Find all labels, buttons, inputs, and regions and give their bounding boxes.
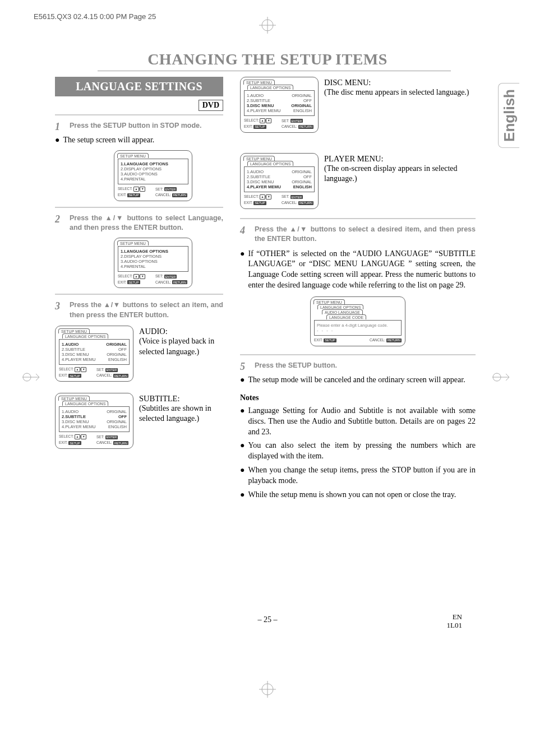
title-rule [98, 71, 451, 71]
menu-tab: SETUP MENU [117, 153, 149, 158]
player-description: (The on-screen display appears in select… [324, 164, 476, 184]
footer-set: SET: ENTER [96, 368, 130, 372]
menu-item: 2.SUBTITLE [62, 414, 86, 419]
footer-exit: EXIT: SETUP [118, 280, 146, 285]
footer-cancel: CANCEL: RETURN [96, 373, 130, 378]
footer-exit: EXIT: SETUP [244, 201, 273, 205]
menu-item: 1.LANGUAGE OPTIONS [121, 161, 168, 166]
menu-item: 1.AUDIO [247, 93, 264, 98]
disc-description: (The disc menu appears in selected langu… [324, 87, 476, 98]
menu-sub-tab: LANGUAGE OPTIONS [317, 304, 363, 309]
note-text: While the setup menu is shown you can no… [248, 490, 476, 500]
step-3: 3 Press the ▲/▼ buttons to select an ite… [55, 300, 223, 320]
audio-description: (Voice is played back in selected langua… [139, 336, 223, 356]
step-text: Press the SETUP button. [255, 361, 337, 373]
step-2: 2 Press the ▲/▼ buttons to select Langua… [55, 214, 223, 233]
subtitle-description: (Subtitles are shown in selected languag… [139, 403, 223, 424]
menu-item: 4.PARENTAL [121, 264, 146, 269]
menu-item: 1.AUDIO [62, 409, 79, 414]
step-4-note: ● If “OTHER” is selected on the “AUDIO L… [240, 249, 476, 291]
menu-tab: SETUP MENU [117, 240, 149, 245]
footer-set: SET: ENTER [155, 187, 188, 192]
menu-value: ENGLISH [108, 357, 127, 362]
menu-sub-tab: LANGUAGE OPTIONS [62, 333, 108, 338]
footer-exit: EXIT: SETUP [244, 124, 273, 129]
dvd-badge: DVD [199, 100, 223, 111]
footer-select: SELECT: ▲/▼ [118, 274, 146, 279]
footer-set: SET: ENTER [155, 274, 188, 279]
step-text: Press the SETUP button in STOP mode. [70, 121, 201, 133]
step-1-note: ● The setup screen will appear. [55, 135, 223, 146]
language-tab: English [498, 83, 519, 148]
setup-menu-disc: SETUP MENU LANGUAGE OPTIONS 1.AUDIOORIGI… [240, 77, 319, 133]
step-5: 5 Press the SETUP button. [240, 361, 476, 373]
section-heading: LANGUAGE SETTINGS [55, 77, 223, 96]
step-number: 3 [55, 300, 64, 320]
menu-value: ORIGINAL [106, 342, 127, 347]
footer-set: SET: ENTER [282, 119, 315, 123]
menu-item: 3.DISC MENU [62, 352, 89, 357]
menu-sub-tab: AUDIO LANGUAGE [322, 309, 363, 314]
footer-cancel: CANCEL: RETURN [155, 280, 188, 285]
step-number: 1 [55, 121, 64, 133]
menu-sub-tab: LANGUAGE OPTIONS [62, 401, 108, 406]
footer-exit: EXIT: SETUP [59, 373, 87, 378]
bullet-icon: ● [55, 135, 59, 146]
step-number: 5 [240, 361, 249, 373]
bullet-text: The setup mode will be canceled and the … [248, 375, 476, 386]
menu-value: ORIGINAL [292, 169, 312, 174]
menu-value: OFF [118, 414, 127, 419]
menu-tab: SETUP MENU [313, 299, 345, 304]
bullet-text: The setup screen will appear. [63, 135, 223, 146]
footer-exit: EXIT: SETUP [314, 338, 336, 342]
footer-select: SELECT: ▲/▼ [59, 367, 87, 372]
bullet-text: If “OTHER” is selected on the “AUDIO LAN… [248, 249, 476, 291]
divider [240, 354, 476, 355]
menu-item: 4.PLAYER MEMU [247, 108, 280, 113]
disc-heading: DISC MENU: [324, 78, 476, 87]
menu-item: 4.PLAYER MEMU [247, 184, 281, 189]
footer-set: SET: ENTER [96, 435, 130, 439]
footer-select: SELECT: ▲/▼ [59, 434, 87, 439]
crop-mark-bottom [259, 681, 276, 700]
menu-tab: SETUP MENU [58, 328, 90, 333]
step-5-note: ● The setup mode will be canceled and th… [240, 375, 476, 386]
bullet-icon: ● [240, 465, 245, 486]
subtitle-heading: SUBTITLE: [139, 394, 223, 403]
footer-exit: EXIT: SETUP [118, 193, 146, 197]
footer-cancel: CANCEL: RETURN [155, 193, 188, 197]
step-number: 4 [240, 225, 249, 244]
menu-value: ENGLISH [293, 108, 312, 113]
menu-sub-tab: LANGUAGE OPTIONS [247, 85, 293, 90]
menu-tab: SETUP MENU [58, 396, 90, 401]
footer-cancel: CANCEL: RETURN [96, 440, 130, 445]
crop-arrow-left [22, 372, 43, 385]
setup-menu-subtitle: SETUP MENU LANGUAGE OPTIONS 1.AUDIOORIGI… [55, 393, 133, 449]
menu-value: ORIGINAL [107, 352, 127, 357]
step-4: 4 Press the ▲/▼ buttons to select a desi… [240, 225, 476, 244]
footer-select: SELECT: ▲/▼ [244, 194, 273, 200]
menu-value: ORIGINAL [107, 419, 127, 424]
divider [240, 218, 476, 219]
menu-value: ORIGINAL [107, 409, 127, 414]
divider [55, 294, 223, 295]
code-label: EN 1L01 [447, 613, 462, 630]
menu-item: 3.DISC MENU [247, 179, 274, 184]
setup-menu-audio: SETUP MENU LANGUAGE OPTIONS 1.AUDIOORIGI… [55, 326, 133, 382]
menu-tab: SETUP MENU [243, 156, 275, 161]
menu-item: 2.DISPLAY OPTIONS [121, 254, 162, 259]
bullet-icon: ● [240, 249, 245, 291]
setup-menu-player: SETUP MENU LANGUAGE OPTIONS 1.AUDIOORIGI… [240, 153, 319, 209]
step-text: Press the ▲/▼ buttons to select Language… [70, 214, 223, 233]
setup-menu-screenshot-2: SETUP MENU 1.LANGUAGE OPTIONS 2.DISPLAY … [114, 238, 192, 289]
menu-item: 4.PLAYER MEMU [62, 424, 95, 429]
menu-item: 1.AUDIO [62, 342, 79, 347]
notes-list: ●Language Setting for Audio and Subtitle… [240, 406, 476, 500]
code-prompt: Please enter a 4-digit Language code. [317, 323, 399, 328]
print-header: E5615.QX3 02.4.15 0:00 PM Page 25 [34, 12, 156, 21]
menu-tab: SETUP MENU [243, 80, 275, 85]
note-text: You can also select the item by pressing… [248, 440, 476, 462]
footer-set: SET: ENTER [282, 194, 315, 199]
menu-item: 2.SUBTITLE [247, 98, 270, 103]
page-number: – 25 – [258, 615, 278, 624]
